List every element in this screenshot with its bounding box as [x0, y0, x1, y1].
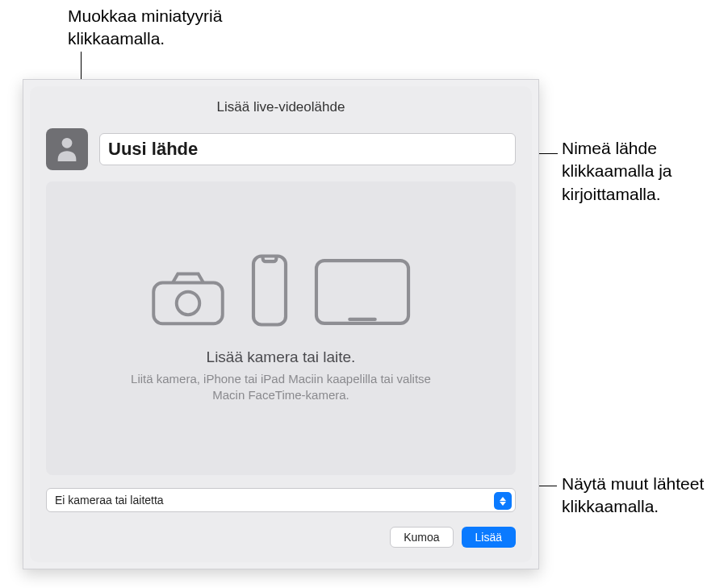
- callout-show-other: Näytä muut lähteet klikkaamalla.: [562, 473, 715, 519]
- svg-point-2: [177, 291, 200, 315]
- preview-area: Lisää kamera tai laite. Liitä kamera, iP…: [46, 181, 516, 475]
- device-select[interactable]: Ei kameraa tai laitetta: [46, 488, 516, 512]
- camera-icon: [149, 266, 227, 331]
- add-button[interactable]: Lisää: [462, 527, 516, 548]
- callout-edit-thumbnail: Muokkaa miniatyyriä klikkaamalla.: [68, 5, 278, 51]
- dialog-header-row: [46, 128, 516, 170]
- preview-subtitle: Liitä kamera, iPhone tai iPad Maciin kaa…: [119, 371, 442, 404]
- updown-arrows-icon: [494, 492, 512, 510]
- svg-rect-3: [253, 256, 286, 324]
- preview-title: Lisää kamera tai laite.: [207, 348, 356, 366]
- dialog-title: Lisää live-videolähde: [46, 99, 516, 115]
- thumbnail-button[interactable]: [46, 128, 88, 170]
- svg-rect-1: [153, 282, 223, 323]
- person-silhouette-icon: [53, 134, 81, 165]
- cancel-button[interactable]: Kumoa: [390, 527, 453, 548]
- callout-name-source: Nimeä lähde klikkaamalla ja kirjoittamal…: [562, 137, 715, 206]
- svg-rect-4: [316, 261, 408, 323]
- device-select-value: Ei kameraa tai laitetta: [55, 494, 164, 507]
- dialog-button-row: Kumoa Lisää: [46, 527, 516, 548]
- dialog-panel: Lisää live-videolähde: [30, 86, 532, 562]
- tablet-icon: [312, 256, 412, 331]
- svg-point-0: [62, 138, 73, 148]
- source-name-input[interactable]: [99, 133, 516, 165]
- device-icons-row: [149, 253, 412, 331]
- phone-icon: [249, 253, 290, 331]
- dialog-window: Lisää live-videolähde: [23, 79, 539, 569]
